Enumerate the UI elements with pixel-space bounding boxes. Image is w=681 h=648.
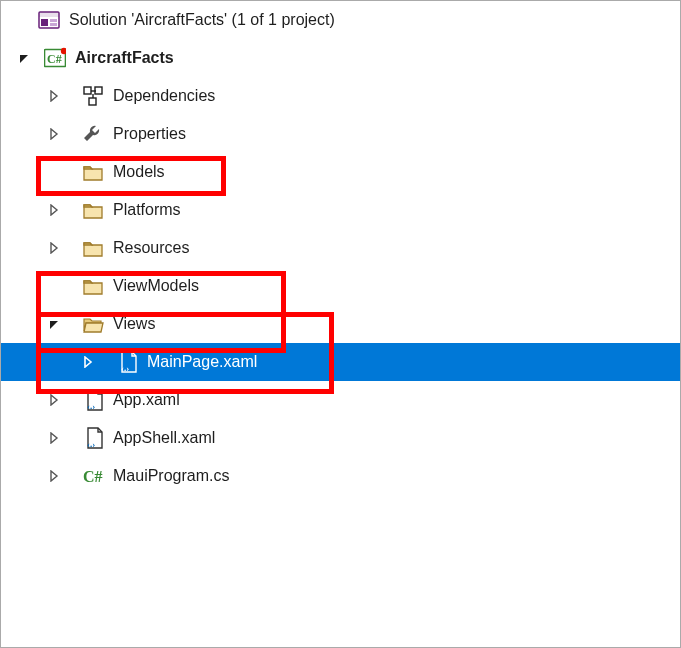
views-label: Views bbox=[113, 315, 155, 333]
platforms-label: Platforms bbox=[113, 201, 181, 219]
expander-spacer bbox=[15, 11, 33, 29]
xaml-file-icon bbox=[81, 426, 105, 450]
folder-open-icon bbox=[81, 312, 105, 336]
properties-label: Properties bbox=[113, 125, 186, 143]
tree-node-app-xaml[interactable]: App.xaml bbox=[1, 381, 680, 419]
viewmodels-label: ViewModels bbox=[113, 277, 199, 295]
folder-icon bbox=[81, 236, 105, 260]
mainpage-label: MainPage.xaml bbox=[147, 353, 257, 371]
app-xaml-label: App.xaml bbox=[113, 391, 180, 409]
folder-icon bbox=[81, 160, 105, 184]
mauiprogram-label: MauiProgram.cs bbox=[113, 467, 229, 485]
chevron-right-icon[interactable] bbox=[45, 467, 63, 485]
chevron-down-icon[interactable] bbox=[45, 315, 63, 333]
solution-label: Solution 'AircraftFacts' (1 of 1 project… bbox=[69, 11, 335, 29]
folder-icon bbox=[81, 274, 105, 298]
tree-node-platforms[interactable]: Platforms bbox=[1, 191, 680, 229]
chevron-right-icon[interactable] bbox=[45, 391, 63, 409]
tree-node-mauiprogram[interactable]: MauiProgram.cs bbox=[1, 457, 680, 495]
chevron-right-icon[interactable] bbox=[45, 125, 63, 143]
project-label: AircraftFacts bbox=[75, 49, 174, 67]
tree-node-dependencies[interactable]: Dependencies bbox=[1, 77, 680, 115]
solution-icon bbox=[37, 8, 61, 32]
tree-node-properties[interactable]: Properties bbox=[1, 115, 680, 153]
xaml-file-icon bbox=[81, 388, 105, 412]
dependencies-icon bbox=[81, 84, 105, 108]
chevron-right-icon[interactable] bbox=[45, 429, 63, 447]
resources-label: Resources bbox=[113, 239, 189, 257]
expander-spacer bbox=[45, 163, 63, 181]
tree-node-viewmodels[interactable]: ViewModels bbox=[1, 267, 680, 305]
tree-node-mainpage-selected[interactable]: MainPage.xaml bbox=[1, 343, 680, 381]
appshell-xaml-label: AppShell.xaml bbox=[113, 429, 215, 447]
expander-icon[interactable] bbox=[15, 49, 33, 67]
csharp-project-icon bbox=[43, 46, 67, 70]
xaml-file-icon bbox=[115, 350, 139, 374]
tree-node-views[interactable]: Views bbox=[1, 305, 680, 343]
tree-node-solution[interactable]: Solution 'AircraftFacts' (1 of 1 project… bbox=[1, 1, 680, 39]
chevron-right-icon[interactable] bbox=[45, 201, 63, 219]
chevron-right-icon[interactable] bbox=[79, 353, 97, 371]
dependencies-label: Dependencies bbox=[113, 87, 215, 105]
tree-node-appshell-xaml[interactable]: AppShell.xaml bbox=[1, 419, 680, 457]
tree-node-resources[interactable]: Resources bbox=[1, 229, 680, 267]
tree-node-project[interactable]: AircraftFacts bbox=[1, 39, 680, 77]
expander-spacer bbox=[45, 277, 63, 295]
csharp-file-icon bbox=[81, 464, 105, 488]
chevron-right-icon[interactable] bbox=[45, 239, 63, 257]
models-label: Models bbox=[113, 163, 165, 181]
chevron-right-icon[interactable] bbox=[45, 87, 63, 105]
tree-node-models[interactable]: Models bbox=[1, 153, 680, 191]
wrench-icon bbox=[81, 122, 105, 146]
folder-icon bbox=[81, 198, 105, 222]
